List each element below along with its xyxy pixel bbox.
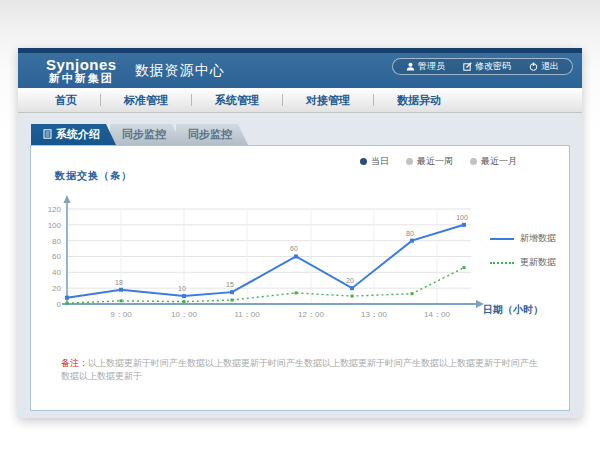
page-title: 数据资源中心: [135, 62, 225, 80]
filter-last-month[interactable]: 最近一月: [470, 155, 517, 168]
filter-label: 当日: [371, 155, 389, 168]
solid-line-icon: [490, 238, 514, 240]
svg-text:80: 80: [52, 237, 61, 246]
main-nav: 首页 标准管理 系统管理 对接管理 数据异动: [18, 88, 582, 113]
svg-text:12：00: 12：00: [298, 310, 324, 319]
legend-label: 新增数据: [520, 232, 556, 245]
tab-label: 系统介绍: [56, 127, 100, 142]
nav-item-standard-mgmt[interactable]: 标准管理: [101, 93, 191, 108]
legend-item-updated-data: 更新数据: [490, 256, 556, 269]
svg-text:13：00: 13：00: [361, 310, 387, 319]
user-icon: [406, 62, 415, 71]
user-toolbar: 管理员 修改密码 退出: [392, 58, 573, 75]
change-password-label: 修改密码: [475, 60, 511, 73]
svg-text:14：00: 14：00: [424, 310, 450, 319]
company-logo: Synjones 新中新集团: [46, 57, 117, 84]
svg-text:80: 80: [406, 230, 414, 237]
filter-label: 最近一月: [481, 155, 517, 168]
svg-text:18: 18: [115, 279, 123, 286]
svg-text:10: 10: [178, 285, 186, 292]
nav-item-system-mgmt[interactable]: 系统管理: [192, 93, 282, 108]
footnote-prefix: 备注：: [61, 358, 88, 368]
line-chart: 0204060801001209：0010：0011：0012：0013：001…: [39, 194, 499, 329]
svg-text:60: 60: [52, 252, 61, 261]
y-axis-title: 数据交换（条）: [55, 169, 132, 183]
svg-text:100: 100: [48, 221, 62, 230]
tab-bar: 系统介绍 同步监控 同步监控: [31, 124, 582, 145]
tab-sync-monitor-1[interactable]: 同步监控: [110, 124, 182, 145]
legend-label: 更新数据: [520, 256, 556, 269]
svg-text:120: 120: [48, 205, 62, 214]
svg-text:15: 15: [226, 281, 234, 288]
nav-item-home[interactable]: 首页: [32, 93, 100, 108]
dotted-line-icon: [490, 262, 514, 264]
svg-text:60: 60: [290, 245, 298, 252]
svg-text:11：00: 11：00: [234, 310, 260, 319]
chart-legend: 新增数据 更新数据: [490, 232, 556, 269]
filter-last-week[interactable]: 最近一周: [406, 155, 453, 168]
filter-today[interactable]: 当日: [360, 155, 389, 168]
content-area: 系统介绍 同步监控 同步监控 当日 最近一周: [18, 113, 582, 418]
filter-label: 最近一周: [417, 155, 453, 168]
radio-dot-icon: [470, 158, 477, 165]
tab-system-intro[interactable]: 系统介绍: [31, 124, 116, 145]
edit-icon: [463, 62, 472, 71]
x-axis-title: 日期（小时）: [483, 303, 543, 317]
svg-text:10：00: 10：00: [171, 310, 197, 319]
document-icon: [43, 129, 52, 141]
svg-text:9：00: 9：00: [110, 310, 132, 319]
current-user-button[interactable]: 管理员: [397, 60, 454, 73]
tab-sync-monitor-2[interactable]: 同步监控: [176, 124, 248, 145]
logo-company-name: 新中新集团: [46, 73, 117, 85]
svg-text:20: 20: [52, 284, 61, 293]
nav-item-data-change[interactable]: 数据异动: [374, 93, 464, 108]
chart-panel: 当日 最近一周 最近一月 数据交换（条） 0204060801001209：00…: [30, 145, 570, 411]
legend-item-new-data: 新增数据: [490, 232, 556, 245]
tab-label: 同步监控: [122, 127, 166, 142]
footnote: 备注：以上数据更新于时间产生数据以上数据更新于时间产生数据以上数据更新于时间产生…: [61, 357, 543, 382]
footnote-text: 以上数据更新于时间产生数据以上数据更新于时间产生数据以上数据更新于时间产生数据以…: [61, 358, 538, 381]
svg-text:40: 40: [52, 268, 61, 277]
svg-text:0: 0: [57, 300, 62, 309]
radio-dot-icon: [360, 158, 367, 165]
nav-item-interface-mgmt[interactable]: 对接管理: [283, 93, 373, 108]
tab-label: 同步监控: [188, 127, 232, 142]
logout-button[interactable]: 退出: [520, 60, 568, 73]
power-icon: [529, 62, 538, 71]
user-name-label: 管理员: [418, 60, 445, 73]
period-filter-group: 当日 最近一周 最近一月: [360, 155, 517, 168]
svg-text:20: 20: [346, 277, 354, 284]
app-header: Synjones 新中新集团 数据资源中心 管理员 修改密码 退出: [18, 53, 582, 88]
app-window: Synjones 新中新集团 数据资源中心 管理员 修改密码 退出: [18, 48, 582, 418]
logout-label: 退出: [541, 60, 559, 73]
change-password-button[interactable]: 修改密码: [454, 60, 520, 73]
svg-text:100: 100: [456, 214, 468, 221]
logo-brand-name: Synjones: [46, 57, 117, 73]
radio-dot-icon: [406, 158, 413, 165]
